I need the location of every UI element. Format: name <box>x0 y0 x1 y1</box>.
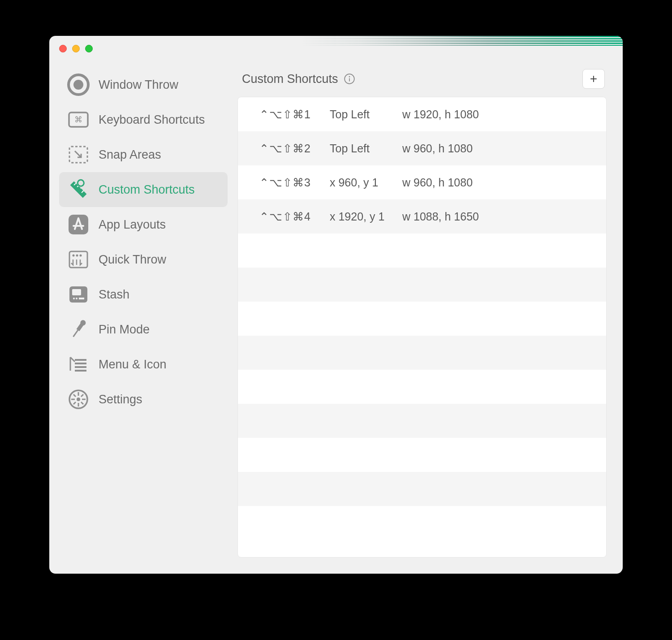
sidebar-item-custom-shortcuts[interactable]: Custom Shortcuts <box>59 172 228 207</box>
sidebar-item-settings[interactable]: Settings <box>59 382 228 417</box>
shortcut-size: w 1088, h 1650 <box>402 210 479 223</box>
shortcut-keys: ⌃⌥⇧⌘3 <box>259 176 320 189</box>
keyboard-icon <box>65 107 91 133</box>
shortcut-size: w 960, h 1080 <box>402 176 473 189</box>
shortcut-keys: ⌃⌥⇧⌘1 <box>259 108 320 121</box>
shortcut-size: w 1920, h 1080 <box>402 108 479 121</box>
sidebar-item-window-throw[interactable]: Window Throw <box>59 67 228 102</box>
shortcut-position: Top Left <box>330 142 392 155</box>
sidebar: Window ThrowKeyboard ShortcutsSnap Areas… <box>49 59 237 574</box>
sidebar-item-label: Keyboard Shortcuts <box>99 113 205 127</box>
sidebar-item-label: Custom Shortcuts <box>99 183 195 197</box>
minimize-button[interactable] <box>72 45 80 52</box>
sidebar-item-label: Pin Mode <box>99 323 150 337</box>
info-icon[interactable] <box>344 73 355 85</box>
pin-icon <box>65 316 91 342</box>
panel-title: Custom Shortcuts <box>242 72 338 86</box>
sidebar-item-label: Menu & Icon <box>99 358 167 372</box>
shortcut-row[interactable]: ⌃⌥⇧⌘1Top Leftw 1920, h 1080 <box>238 97 606 131</box>
panel-header: Custom Shortcuts + <box>237 69 607 97</box>
shortcut-row <box>238 302 606 336</box>
traffic-lights <box>59 45 93 52</box>
sidebar-item-pin-mode[interactable]: Pin Mode <box>59 312 228 347</box>
sidebar-item-label: Window Throw <box>99 78 178 92</box>
panel-title-wrap: Custom Shortcuts <box>242 72 355 86</box>
preferences-window: Window ThrowKeyboard ShortcutsSnap Areas… <box>49 36 623 574</box>
sidebar-item-snap-areas[interactable]: Snap Areas <box>59 137 228 172</box>
shortcut-row[interactable]: ⌃⌥⇧⌘3x 960, y 1w 960, h 1080 <box>238 165 606 199</box>
appstore-icon <box>65 212 91 238</box>
shortcut-row <box>238 506 606 540</box>
ruler-icon <box>65 177 91 203</box>
shortcut-row <box>238 472 606 506</box>
snap-icon <box>65 142 91 168</box>
sidebar-item-label: Snap Areas <box>99 148 161 162</box>
shortcuts-list: ⌃⌥⇧⌘1Top Leftw 1920, h 1080⌃⌥⇧⌘2Top Left… <box>237 97 607 558</box>
shortcut-keys: ⌃⌥⇧⌘2 <box>259 142 320 155</box>
gear-icon <box>65 386 91 412</box>
sidebar-item-app-layouts[interactable]: App Layouts <box>59 207 228 242</box>
shortcut-position: Top Left <box>330 108 392 121</box>
close-button[interactable] <box>59 45 67 52</box>
main-panel: Custom Shortcuts + ⌃⌥⇧⌘1Top Leftw 1920, … <box>237 59 623 574</box>
shortcut-size: w 960, h 1080 <box>402 142 473 155</box>
shortcut-row <box>238 370 606 404</box>
shortcut-row <box>238 268 606 302</box>
sidebar-item-label: Settings <box>99 393 142 406</box>
sidebar-item-label: Quick Throw <box>99 253 166 267</box>
stash-icon <box>65 281 91 307</box>
shortcut-row <box>238 438 606 472</box>
quick-icon <box>65 246 91 272</box>
shortcut-position: x 960, y 1 <box>330 176 392 189</box>
shortcut-position: x 1920, y 1 <box>330 210 392 223</box>
shortcut-row[interactable]: ⌃⌥⇧⌘2Top Leftw 960, h 1080 <box>238 131 606 165</box>
shortcut-row <box>238 404 606 438</box>
target-icon <box>65 72 91 98</box>
menu-icon <box>65 351 91 377</box>
sidebar-item-stash[interactable]: Stash <box>59 277 228 312</box>
plus-icon: + <box>590 73 597 85</box>
sidebar-item-menu-icon[interactable]: Menu & Icon <box>59 347 228 382</box>
window-content: Window ThrowKeyboard ShortcutsSnap Areas… <box>49 36 623 574</box>
sidebar-item-keyboard-shortcuts[interactable]: Keyboard Shortcuts <box>59 102 228 137</box>
shortcut-row <box>238 336 606 370</box>
shortcut-row <box>238 234 606 268</box>
zoom-button[interactable] <box>85 45 93 52</box>
sidebar-item-quick-throw[interactable]: Quick Throw <box>59 242 228 277</box>
shortcut-row[interactable]: ⌃⌥⇧⌘4x 1920, y 1w 1088, h 1650 <box>238 199 606 234</box>
sidebar-item-label: App Layouts <box>99 218 166 232</box>
titlebar-accent <box>300 36 623 46</box>
add-shortcut-button[interactable]: + <box>582 69 605 89</box>
shortcut-keys: ⌃⌥⇧⌘4 <box>259 210 320 223</box>
svg-point-2 <box>349 76 350 78</box>
sidebar-item-label: Stash <box>99 288 129 302</box>
